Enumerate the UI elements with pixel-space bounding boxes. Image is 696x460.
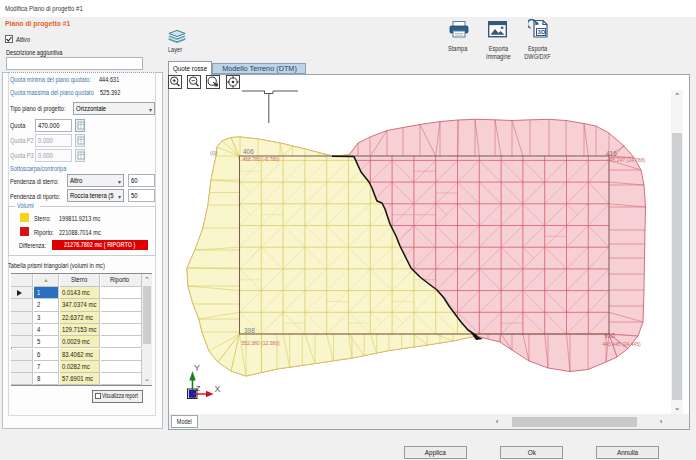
svg-text:(0): (0)	[210, 150, 217, 156]
svg-text:445.247 (24.788): 445.247 (24.788)	[607, 157, 645, 163]
svg-text:416: 416	[606, 150, 617, 157]
svg-text:Y: Y	[194, 363, 200, 373]
svg-text:910: 910	[604, 332, 615, 339]
svg-text:468.780 (-8.780): 468.780 (-8.780)	[243, 156, 280, 162]
svg-text:Z: Z	[196, 384, 201, 393]
svg-text:X: X	[215, 384, 221, 394]
svg-text:552.380 (12.380): 552.380 (12.380)	[242, 340, 280, 346]
svg-text:398: 398	[244, 327, 255, 334]
svg-text:406: 406	[243, 148, 254, 155]
svg-text:443.445 (24.445): 443.445 (24.445)	[603, 341, 641, 347]
